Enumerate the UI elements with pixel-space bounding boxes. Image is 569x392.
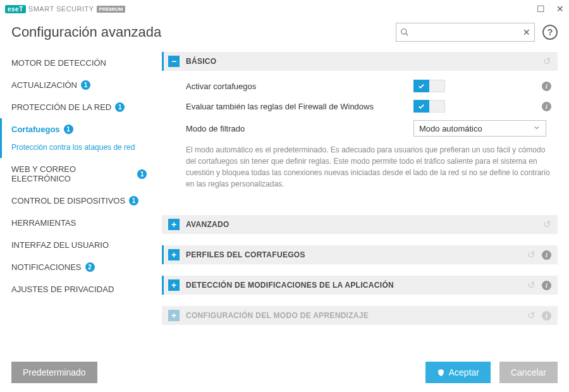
expand-icon[interactable]: +: [168, 219, 180, 230]
badge-icon: 1: [81, 80, 90, 90]
close-icon[interactable]: ✕: [556, 4, 564, 14]
section-title: PERFILES DEL CORTAFUEGOS: [186, 250, 305, 259]
sidebar-item-network-protection[interactable]: PROTECCIÓN DE LA RED 1: [0, 96, 158, 118]
sidebar-item-update[interactable]: ACTUALIZACIÓN 1: [0, 74, 158, 96]
undo-icon[interactable]: ↺: [527, 310, 535, 321]
default-button[interactable]: Predeterminado: [11, 362, 97, 383]
sidebar-item-label: CONTROL DE DISPOSITIVOS: [11, 196, 125, 205]
sidebar-item-label: NOTIFICACIONES: [11, 262, 82, 272]
header: Configuración avanzada ✕ ?: [0, 18, 569, 52]
accept-button[interactable]: Aceptar: [425, 362, 491, 383]
sidebar-item-ui[interactable]: INTERFAZ DEL USUARIO: [0, 234, 158, 256]
badge-icon: 1: [115, 102, 125, 112]
sidebar-subitem-network-attack[interactable]: Protección contra los ataques de red: [0, 140, 158, 158]
content-pane: − BÁSICO ↺ Activar cortafuegos i Evaluar…: [158, 52, 569, 368]
svg-point-0: [401, 29, 407, 34]
check-icon: [418, 83, 425, 90]
sidebar-item-device-control[interactable]: CONTROL DE DISPOSITIVOS 1: [0, 190, 158, 212]
info-icon[interactable]: i: [542, 102, 551, 111]
product-name: SMART SECURITY: [28, 5, 94, 13]
sidebar-item-label: Cortafuegos: [11, 125, 60, 134]
expand-icon[interactable]: +: [168, 310, 180, 321]
toggle-windows-firewall-rules[interactable]: [413, 100, 445, 113]
setting-enable-firewall: Activar cortafuegos i: [162, 76, 558, 96]
badge-icon: 1: [64, 125, 73, 134]
section-title: AVANZADO: [186, 220, 229, 229]
setting-label: Evaluar también las reglas del Firewall …: [186, 102, 413, 111]
sidebar-item-firewall[interactable]: Cortafuegos 1: [0, 118, 158, 140]
help-icon[interactable]: ?: [542, 25, 558, 40]
window-controls: ☐ ✕: [537, 4, 564, 14]
section-firewall-profiles[interactable]: + PERFILES DEL CORTAFUEGOS ↺ i: [162, 245, 558, 264]
app-logo: eseT SMART SECURITY PREMIUM: [5, 5, 125, 13]
check-icon: [418, 103, 425, 110]
undo-icon[interactable]: ↺: [543, 56, 551, 67]
setting-windows-firewall-rules: Evaluar también las reglas del Firewall …: [162, 96, 558, 116]
collapse-icon[interactable]: −: [168, 56, 180, 67]
search-input[interactable]: [409, 28, 523, 37]
sidebar-item-label: WEB Y CORREO ELECTRÓNICO: [11, 164, 133, 183]
badge-icon: 1: [137, 169, 147, 179]
edition-badge: PREMIUM: [97, 6, 126, 13]
page-title: Configuración avanzada: [11, 24, 161, 40]
brand-badge: eseT: [5, 5, 26, 13]
button-label: Cancelar: [511, 367, 546, 377]
sidebar: MOTOR DE DETECCIÓN ACTUALIZACIÓN 1 PROTE…: [0, 52, 158, 368]
section-advanced[interactable]: + AVANZADO ↺: [162, 215, 558, 234]
badge-icon: 1: [129, 196, 138, 205]
badge-icon: 2: [85, 262, 95, 272]
button-label: Predeterminado: [23, 367, 86, 377]
search-box[interactable]: ✕: [396, 23, 535, 42]
footer: Predeterminado Aceptar Cancelar: [0, 353, 569, 392]
info-icon[interactable]: i: [542, 281, 551, 290]
svg-line-1: [406, 34, 408, 36]
sidebar-item-label: Protección contra los ataques de red: [11, 143, 135, 152]
toggle-enable-firewall[interactable]: [413, 80, 445, 92]
undo-icon[interactable]: ↺: [527, 249, 535, 260]
clear-search-icon[interactable]: ✕: [523, 27, 530, 37]
expand-icon[interactable]: +: [168, 279, 180, 291]
sidebar-item-label: AJUSTES DE PRIVACIDAD: [11, 285, 114, 294]
sidebar-item-detection-engine[interactable]: MOTOR DE DETECCIÓN: [0, 52, 158, 74]
button-label: Aceptar: [449, 367, 479, 377]
sidebar-item-web-email[interactable]: WEB Y CORREO ELECTRÓNICO 1: [0, 158, 158, 190]
select-value: Modo automático: [419, 124, 482, 133]
sidebar-item-notifications[interactable]: NOTIFICACIONES 2: [0, 256, 158, 278]
undo-icon[interactable]: ↺: [527, 279, 535, 291]
search-area: ✕ ?: [396, 23, 558, 42]
info-icon[interactable]: i: [542, 250, 551, 260]
search-icon: [400, 28, 409, 37]
section-title: BÁSICO: [186, 57, 216, 66]
setting-filtering-mode: Modo de filtrado Modo automático: [162, 116, 558, 140]
chevron-down-icon: [533, 124, 541, 133]
setting-label: Modo de filtrado: [186, 124, 413, 133]
info-icon[interactable]: i: [542, 82, 551, 91]
main: MOTOR DE DETECCIÓN ACTUALIZACIÓN 1 PROTE…: [0, 52, 569, 368]
titlebar: eseT SMART SECURITY PREMIUM ☐ ✕: [0, 0, 569, 18]
section-title: CONFIGURACIÓN DEL MODO DE APRENDIZAJE: [186, 311, 369, 320]
setting-label: Activar cortafuegos: [186, 82, 413, 91]
sidebar-item-label: ACTUALIZACIÓN: [11, 80, 77, 90]
maximize-icon[interactable]: ☐: [537, 4, 545, 14]
undo-icon[interactable]: ↺: [543, 219, 551, 230]
sidebar-item-label: INTERFAZ DEL USUARIO: [11, 240, 109, 250]
info-icon[interactable]: i: [542, 311, 551, 321]
sidebar-item-label: MOTOR DE DETECCIÓN: [11, 58, 106, 68]
sidebar-item-privacy[interactable]: AJUSTES DE PRIVACIDAD: [0, 278, 158, 300]
section-title: DETECCIÓN DE MODIFICACIONES DE LA APLICA…: [186, 281, 394, 290]
shield-icon: [437, 369, 445, 377]
sidebar-item-tools[interactable]: HERRAMIENTAS: [0, 212, 158, 234]
section-app-modification[interactable]: + DETECCIÓN DE MODIFICACIONES DE LA APLI…: [162, 276, 558, 295]
section-basic[interactable]: − BÁSICO ↺: [162, 52, 558, 71]
filtering-mode-description: El modo automático es el predeterminado.…: [162, 140, 558, 200]
cancel-button[interactable]: Cancelar: [499, 362, 558, 383]
expand-icon[interactable]: +: [168, 249, 180, 260]
sidebar-item-label: PROTECCIÓN DE LA RED: [11, 102, 111, 112]
filtering-mode-select[interactable]: Modo automático: [413, 120, 546, 137]
sidebar-item-label: HERRAMIENTAS: [11, 218, 76, 228]
section-learning-mode[interactable]: + CONFIGURACIÓN DEL MODO DE APRENDIZAJE …: [162, 306, 558, 325]
